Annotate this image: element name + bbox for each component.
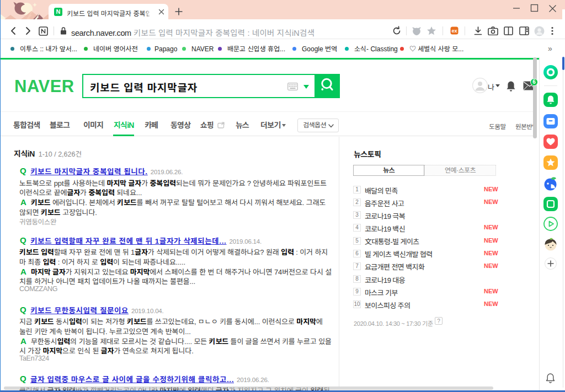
svg-text:ex: ex xyxy=(451,28,457,34)
